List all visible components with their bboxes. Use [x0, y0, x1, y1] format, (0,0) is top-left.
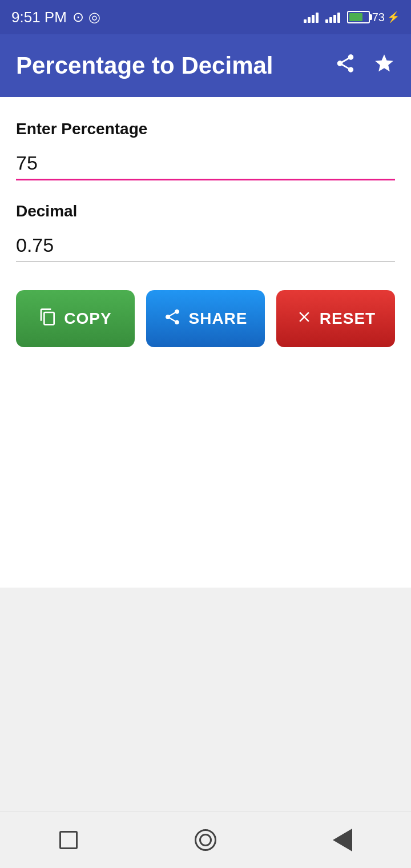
notification-icon: ◎ [88, 9, 100, 25]
status-bar: 9:51 PM ⊙ ◎ 73 ⚡ [0, 0, 411, 34]
copy-label: COPY [64, 310, 111, 328]
output-label: Decimal [16, 202, 395, 220]
app-bar-actions [335, 53, 395, 79]
app-bar: Percentage to Decimal [0, 34, 411, 97]
buttons-row: COPY SHARE RESET [16, 290, 395, 347]
decimal-output: 0.75 [16, 230, 395, 262]
recents-icon [59, 831, 78, 849]
signal-bar [316, 13, 319, 23]
signal-bar [329, 17, 332, 23]
input-section: Enter Percentage [16, 120, 395, 196]
back-icon [333, 829, 352, 851]
share-button[interactable]: SHARE [146, 290, 265, 347]
signal-bar [308, 17, 311, 23]
output-section: Decimal 0.75 [16, 202, 395, 262]
copy-button[interactable]: COPY [16, 290, 135, 347]
share-icon[interactable] [335, 53, 356, 79]
status-right: 73 ⚡ [304, 11, 400, 24]
nav-home-button[interactable] [188, 823, 223, 857]
signal-bars-2 [325, 11, 340, 23]
battery-container: 73 ⚡ [347, 11, 400, 24]
battery-tip [370, 14, 372, 20]
signal-bar [312, 15, 315, 23]
home-icon [195, 829, 216, 851]
nav-back-button[interactable] [325, 823, 360, 857]
status-left: 9:51 PM ⊙ ◎ [11, 9, 100, 26]
nav-bar [0, 811, 411, 868]
reset-icon [296, 308, 313, 329]
share-label: SHARE [188, 310, 247, 328]
signal-bars-1 [304, 11, 319, 23]
share-btn-icon [163, 308, 182, 330]
signal-bar [325, 19, 328, 23]
favorite-icon[interactable] [373, 53, 395, 79]
reset-button[interactable]: RESET [276, 290, 395, 347]
battery-icon [347, 11, 370, 23]
input-label: Enter Percentage [16, 120, 395, 138]
signal-bar [333, 15, 336, 23]
charging-icon: ⚡ [387, 11, 400, 23]
nav-recents-button[interactable] [51, 823, 86, 857]
copy-icon [39, 308, 57, 330]
do-not-disturb-icon: ⊙ [72, 9, 84, 25]
reset-label: RESET [320, 310, 376, 328]
status-icons: ⊙ ◎ [72, 9, 100, 25]
main-content: Enter Percentage Decimal 0.75 COPY SHARE [0, 97, 411, 588]
signal-bar [337, 13, 340, 23]
percentage-input[interactable] [16, 147, 395, 180]
signal-bar [304, 19, 307, 23]
battery-fill [349, 13, 362, 21]
bottom-spacer [0, 588, 411, 811]
battery-level: 73 [372, 11, 385, 24]
status-time: 9:51 PM [11, 9, 67, 26]
app-title: Percentage to Decimal [16, 52, 273, 79]
